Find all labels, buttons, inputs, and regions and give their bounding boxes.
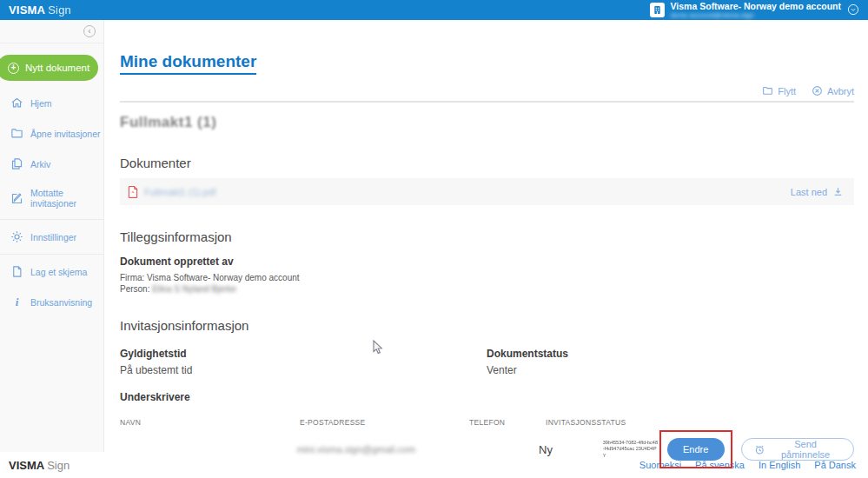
chevron-down-icon[interactable] xyxy=(847,3,859,16)
column-epostadresse: E-POSTADRESSE xyxy=(300,418,469,427)
cancel-circle-icon xyxy=(812,85,823,96)
move-label: Flytt xyxy=(778,86,796,96)
footer-logo-sign: Sign xyxy=(47,459,70,472)
download-link[interactable]: Last ned xyxy=(791,186,844,197)
doc-status-label: Dokumentstatus xyxy=(487,348,568,360)
footer-logo-visma: VISMA xyxy=(9,459,44,472)
annotation-highlight-box: Endre xyxy=(659,430,732,468)
send-reminder-button[interactable]: Send påminnelse xyxy=(741,438,854,461)
account-menu[interactable]: Visma Software- Norway demo account demo… xyxy=(650,0,859,19)
new-document-label: Nytt dokument xyxy=(25,63,89,73)
top-bar: VISMASign Visma Software- Norway demo ac… xyxy=(0,0,868,20)
document-actions: Flytt Avbryt xyxy=(120,85,854,96)
signer-email-blurred: mini.visma.sign@gmail.com xyxy=(297,444,464,455)
archive-copies-icon xyxy=(10,157,23,170)
main-content: Mine dokumenter Flytt Avbryt Fullmakt1 (… xyxy=(104,20,868,452)
logo-sign: Sign xyxy=(48,3,71,17)
info-icon: i xyxy=(10,295,23,309)
gear-icon xyxy=(10,230,23,243)
sidebar-divider xyxy=(0,219,103,220)
sidebar-item-label: Åpne invitasjoner xyxy=(30,129,101,139)
sidebar-item-innstillinger[interactable]: Innstillinger xyxy=(0,222,103,252)
cancel-label: Avbryt xyxy=(827,86,854,96)
signer-row: mini.visma.sign@gmail.com Ny 39b45534-70… xyxy=(120,430,854,468)
person-line: Person: Elina S Nyland Bjerke xyxy=(120,284,854,294)
pdf-icon xyxy=(128,186,138,198)
sidebar: ‹ + Nytt dokument Hjem Åpne invitasjoner… xyxy=(0,20,104,452)
new-document-button[interactable]: + Nytt dokument xyxy=(0,55,98,81)
download-label: Last ned xyxy=(791,187,827,197)
send-reminder-label: Send påminnelse xyxy=(770,439,841,460)
signer-uuid-blurred: 39b45534-7082-4ffd-bc48-f4d947d45cac 23U… xyxy=(603,440,659,459)
edit-button[interactable]: Endre xyxy=(667,438,725,461)
sidebar-item-lag-et-skjema[interactable]: Lag et skjema xyxy=(0,256,103,287)
logo-visma: VISMA xyxy=(9,3,45,17)
file-row: Fullmakt1 (1).pdf Last ned xyxy=(120,178,854,205)
sidebar-item-apne-invitasjoner[interactable]: Åpne invitasjoner xyxy=(0,118,103,149)
move-link[interactable]: Flytt xyxy=(762,85,796,96)
folder-icon xyxy=(762,85,773,96)
sidebar-item-label: Mottatte invitasjoner xyxy=(30,188,103,209)
person-label: Person: xyxy=(120,284,149,294)
validity-value: På ubestemt tid xyxy=(120,364,487,376)
person-value-blurred: Elina S Nyland Bjerke xyxy=(152,284,236,294)
home-icon xyxy=(10,96,23,110)
sidebar-item-hjem[interactable]: Hjem xyxy=(0,88,103,118)
file-name-blurred: Fullmakt1 (1).pdf xyxy=(144,187,216,197)
additional-info-heading: Tilleggsinformasjon xyxy=(120,229,854,244)
documents-heading: Dokumenter xyxy=(120,156,854,170)
invitation-info-heading: Invitasjonsinformasjon xyxy=(120,318,854,333)
document-icon xyxy=(10,265,23,278)
company-line: Firma: Visma Software- Norway demo accou… xyxy=(120,273,854,282)
footer-logo: VISMASign xyxy=(9,459,70,472)
sidebar-item-label: Innstillinger xyxy=(30,232,76,242)
column-navn: NAVN xyxy=(120,418,300,427)
signer-status: Ny xyxy=(539,443,603,456)
download-icon xyxy=(832,186,844,197)
invitation-info-grid: Gyldighetstid På ubestemt tid Dokumentst… xyxy=(120,348,854,376)
column-telefon: TELEFON xyxy=(469,418,546,427)
validity-label: Gyldighetstid xyxy=(120,348,487,360)
organization-icon xyxy=(650,3,665,17)
doc-status-value: Venter xyxy=(487,364,568,376)
signers-table-header: NAVN E-POSTADRESSE TELEFON INVITASJONSST… xyxy=(120,418,854,427)
column-invitasjonsstatus: INVITASJONSSTATUS xyxy=(546,418,611,427)
account-email-blurred: demo.account@visma.sign xyxy=(671,12,841,20)
edit-square-icon xyxy=(10,192,23,205)
page-title[interactable]: Mine dokumenter xyxy=(120,52,256,75)
divider xyxy=(120,101,854,103)
sidebar-item-label: Arkiv xyxy=(30,159,50,169)
sidebar-item-label: Lag et skjema xyxy=(30,267,87,277)
sidebar-item-label: Bruksanvisning xyxy=(30,297,92,308)
document-title-blurred: Fullmakt1 (1) xyxy=(120,114,854,131)
app-logo: VISMASign xyxy=(9,3,71,17)
alarm-clock-icon xyxy=(754,444,765,455)
sidebar-item-label: Hjem xyxy=(30,98,52,109)
sidebar-divider xyxy=(0,254,103,255)
sidebar-item-mottatte-invitasjoner[interactable]: Mottatte invitasjoner xyxy=(0,179,103,217)
sidebar-nav: Hjem Åpne invitasjoner Arkiv Mottatte in… xyxy=(0,88,103,317)
signers-heading: Underskrivere xyxy=(120,391,854,403)
created-by-heading: Dokument opprettet av xyxy=(120,256,854,268)
cancel-link[interactable]: Avbryt xyxy=(812,85,854,96)
sidebar-collapse-button[interactable]: ‹ xyxy=(83,25,96,37)
sidebar-item-bruksanvisning[interactable]: i Bruksanvisning xyxy=(0,287,103,317)
file-link[interactable]: Fullmakt1 (1).pdf xyxy=(128,186,791,198)
folder-icon xyxy=(10,127,23,140)
plus-icon: + xyxy=(8,63,19,74)
sidebar-item-arkiv[interactable]: Arkiv xyxy=(0,149,103,179)
